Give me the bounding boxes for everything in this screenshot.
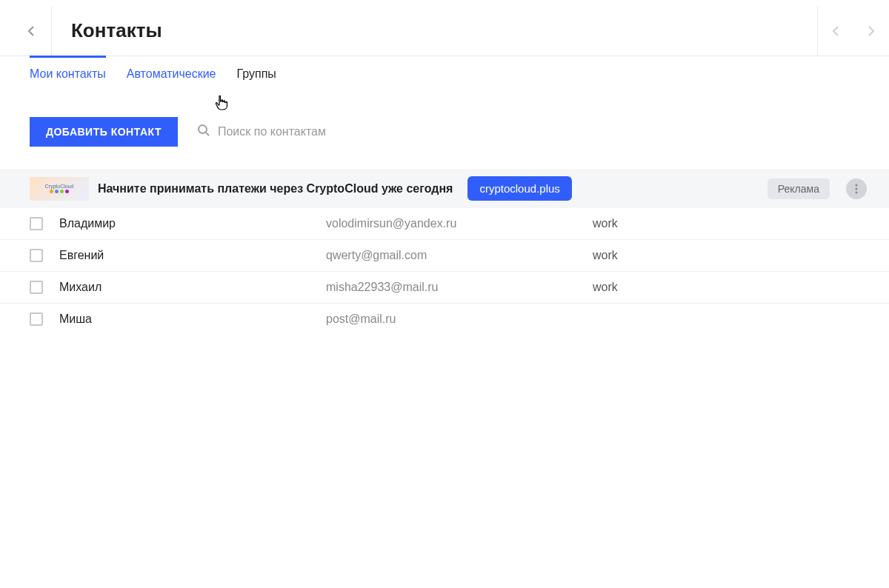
- contact-name: Миша: [59, 313, 326, 326]
- page-title: Контакты: [71, 19, 817, 42]
- search-input[interactable]: [218, 125, 440, 138]
- ad-menu-button[interactable]: [846, 178, 867, 199]
- contact-row[interactable]: Михаил misha22933@mail.ru work: [0, 272, 889, 304]
- dots-vertical-icon: [855, 184, 858, 194]
- ad-image-text: CryptoCloud: [45, 184, 74, 189]
- header: Контакты: [0, 6, 889, 56]
- contact-row[interactable]: Евгений qwerty@gmail.com work: [0, 240, 889, 272]
- contact-group: work: [593, 249, 618, 262]
- search-wrapper: [197, 124, 440, 140]
- ad-text: Начните принимать платежи через CryptoCl…: [98, 182, 453, 196]
- contact-group: work: [593, 217, 618, 230]
- contact-email: post@mail.ru: [326, 313, 593, 326]
- contact-name: Евгений: [59, 249, 326, 262]
- svg-point-1: [856, 184, 858, 186]
- tab-my-contacts[interactable]: Мои контакты: [30, 56, 106, 92]
- contact-checkbox[interactable]: [30, 217, 43, 230]
- contact-checkbox[interactable]: [30, 281, 43, 294]
- tabs: Мои контакты Автоматические Группы: [0, 56, 889, 92]
- ad-image: CryptoCloud: [30, 177, 89, 201]
- ad-cta-button[interactable]: cryptocloud.plus: [467, 176, 571, 201]
- chevron-left-icon: [832, 25, 839, 37]
- contact-email: misha22933@mail.ru: [326, 281, 593, 294]
- search-icon: [197, 124, 210, 140]
- chevron-left-icon: [27, 25, 35, 37]
- contact-email: volodimirsun@yandex.ru: [326, 217, 593, 230]
- ad-banner: CryptoCloud Начните принимать платежи че…: [0, 169, 889, 208]
- chevron-right-icon: [868, 25, 875, 37]
- svg-point-2: [856, 187, 858, 190]
- back-button[interactable]: [10, 6, 52, 56]
- contact-checkbox[interactable]: [30, 249, 43, 262]
- contact-name: Владимир: [59, 217, 326, 230]
- contacts-list: Владимир volodimirsun@yandex.ru work Евг…: [0, 208, 889, 335]
- contact-row[interactable]: Владимир volodimirsun@yandex.ru work: [0, 208, 889, 240]
- contact-email: qwerty@gmail.com: [326, 249, 593, 262]
- toolbar: ДОБАВИТЬ КОНТАКТ: [0, 92, 889, 169]
- tab-automatic[interactable]: Автоматические: [127, 56, 216, 92]
- contact-group: work: [593, 281, 618, 294]
- add-contact-button[interactable]: ДОБАВИТЬ КОНТАКТ: [30, 117, 178, 147]
- contact-checkbox[interactable]: [30, 313, 43, 326]
- ad-label: Реклама: [768, 178, 830, 199]
- nav-prev-button[interactable]: [818, 6, 853, 56]
- contact-row[interactable]: Миша post@mail.ru: [0, 304, 889, 335]
- nav-arrows: [817, 6, 889, 56]
- svg-point-3: [856, 191, 858, 193]
- contact-name: Михаил: [59, 281, 326, 294]
- tab-groups[interactable]: Группы: [237, 56, 276, 92]
- nav-next-button[interactable]: [853, 6, 889, 56]
- svg-point-0: [199, 125, 207, 133]
